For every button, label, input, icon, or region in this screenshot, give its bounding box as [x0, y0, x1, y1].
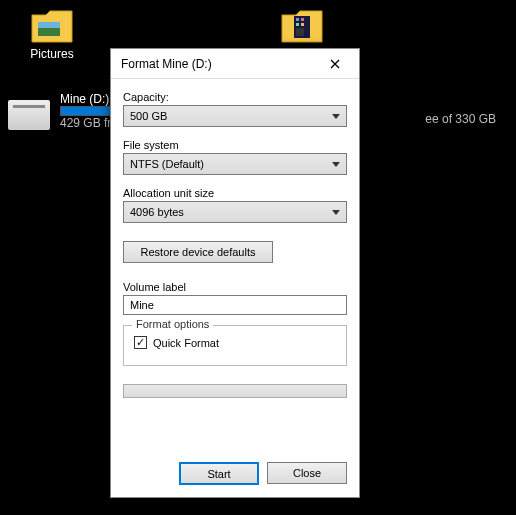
drive-free-text: ee of 330 GB [425, 112, 496, 126]
restore-defaults-button[interactable]: Restore device defaults [123, 241, 273, 263]
capacity-select[interactable]: 500 GB [123, 105, 347, 127]
capacity-value: 500 GB [130, 110, 167, 122]
volume-label-label: Volume label [123, 281, 347, 293]
folder-pictures[interactable]: Pictures [12, 8, 92, 61]
allocation-label: Allocation unit size [123, 187, 347, 199]
capacity-label: Capacity: [123, 91, 347, 103]
filesystem-value: NTFS (Default) [130, 158, 204, 170]
folder-icon [280, 8, 324, 44]
drive-icon [8, 100, 50, 130]
dialog-title: Format Mine (D:) [121, 57, 315, 71]
filesystem-select[interactable]: NTFS (Default) [123, 153, 347, 175]
folder-icon [30, 8, 74, 44]
svg-rect-5 [301, 18, 304, 21]
quick-format-label: Quick Format [153, 337, 219, 349]
format-options-label: Format options [132, 318, 213, 330]
svg-rect-7 [301, 23, 304, 26]
close-button[interactable]: Close [267, 462, 347, 484]
svg-rect-1 [38, 22, 60, 28]
svg-rect-4 [296, 18, 299, 21]
svg-rect-8 [296, 28, 304, 36]
quick-format-checkbox[interactable]: ✓ [134, 336, 147, 349]
filesystem-label: File system [123, 139, 347, 151]
progress-bar [123, 384, 347, 398]
volume-label-input[interactable] [123, 295, 347, 315]
dialog-titlebar[interactable]: Format Mine (D:) [111, 49, 359, 79]
start-button[interactable]: Start [179, 462, 259, 485]
format-dialog: Format Mine (D:) Capacity: 500 GB File s… [110, 48, 360, 498]
svg-rect-6 [296, 23, 299, 26]
allocation-value: 4096 bytes [130, 206, 184, 218]
folder-label: Pictures [30, 47, 73, 61]
format-options-group: Format options ✓ Quick Format [123, 325, 347, 366]
close-icon[interactable] [315, 50, 355, 78]
allocation-select[interactable]: 4096 bytes [123, 201, 347, 223]
svg-rect-2 [38, 28, 60, 36]
